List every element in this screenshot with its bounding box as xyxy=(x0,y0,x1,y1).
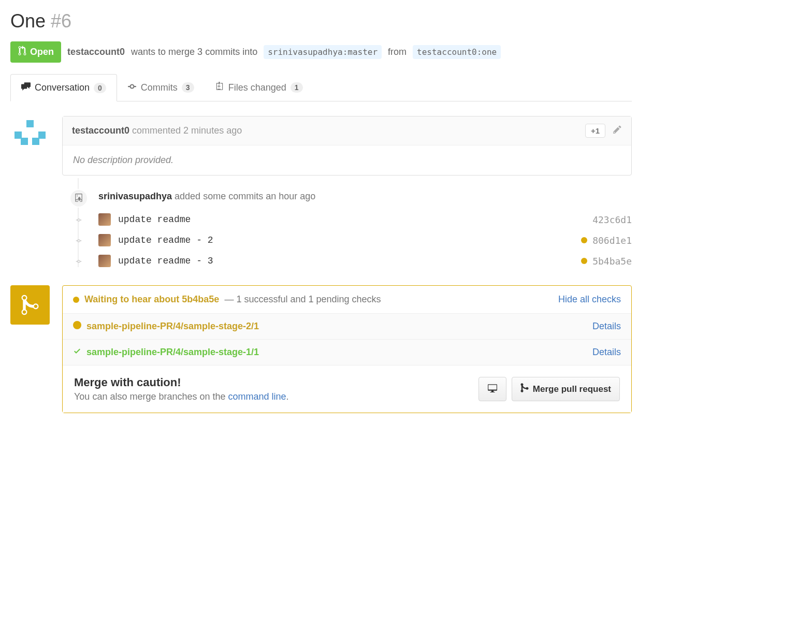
command-line-link[interactable]: command line xyxy=(228,391,286,402)
commit-message-link[interactable]: update readme - 2 xyxy=(118,235,213,245)
commit-author-avatar[interactable] xyxy=(98,234,111,246)
commit-sha-link[interactable]: 423c6d1 xyxy=(592,214,632,225)
pr-author[interactable]: testaccount0 xyxy=(67,47,125,57)
status-dot-pending-icon xyxy=(73,297,79,303)
comment-user[interactable]: testaccount0 xyxy=(72,125,129,136)
check-summary-subtitle: — 1 successful and 1 pending checks xyxy=(224,294,381,305)
check-name: sample-pipeline-PR/4/sample-stage-1/1 xyxy=(86,347,259,358)
git-commit-icon xyxy=(127,82,137,94)
from-text: from xyxy=(388,47,407,57)
commit-row: update readme - 35b4ba5e xyxy=(62,255,632,267)
tab-commits-count: 3 xyxy=(182,82,194,93)
check-summary-title: Waiting to hear about 5b4ba5e xyxy=(84,294,219,305)
event-text: added some commits an hour ago xyxy=(175,191,315,201)
pr-state-badge: Open xyxy=(10,41,61,63)
commit-sha-link[interactable]: 806d1e1 xyxy=(592,235,632,246)
head-branch[interactable]: testaccount0:one xyxy=(413,45,501,59)
pr-status-row: Open testaccount0 wants to merge 3 commi… xyxy=(10,41,632,63)
tab-conversation-label: Conversation xyxy=(35,82,90,93)
desktop-icon xyxy=(487,383,498,395)
tab-conversation[interactable]: Conversation 0 xyxy=(10,74,117,101)
desktop-app-button[interactable] xyxy=(479,377,506,401)
add-reaction-button[interactable]: +1 xyxy=(585,124,605,138)
edit-comment-button[interactable] xyxy=(613,125,622,137)
tab-commits-label: Commits xyxy=(141,82,178,93)
commit-message-link[interactable]: update readme xyxy=(118,214,191,225)
comment-body: No description provided. xyxy=(63,145,631,175)
svg-point-0 xyxy=(73,321,81,329)
git-pull-request-icon xyxy=(18,46,27,58)
git-commit-icon xyxy=(76,258,82,264)
tab-commits[interactable]: Commits 3 xyxy=(117,75,205,101)
commit-row: update readme - 2806d1e1 xyxy=(62,234,632,246)
event-user[interactable]: srinivasupadhya xyxy=(98,191,172,201)
pr-tabs: Conversation 0 Commits 3 Files changed 1 xyxy=(10,74,632,101)
merge-button-label: Merge pull request xyxy=(533,384,611,394)
check-row: sample-pipeline-PR/4/sample-stage-1/1Det… xyxy=(63,340,631,365)
tab-files-label: Files changed xyxy=(228,82,286,93)
pr-description-comment: testaccount0 commented 2 minutes ago +1 … xyxy=(62,116,632,175)
commit-author-avatar[interactable] xyxy=(98,213,111,226)
tab-conversation-count: 0 xyxy=(94,83,106,93)
status-dot-pending-icon xyxy=(581,258,587,264)
merge-caution-title: Merge with caution! xyxy=(74,376,289,389)
status-dot-pending-icon xyxy=(73,321,81,332)
comment-discussion-icon xyxy=(21,82,31,94)
commits-pushed-event: srinivasupadhya added some commits an ho… xyxy=(62,191,632,202)
pr-title: One #6 xyxy=(10,10,632,32)
check-details-link[interactable]: Details xyxy=(592,321,621,332)
check-icon xyxy=(73,347,81,358)
diff-icon xyxy=(215,82,224,94)
identicon-icon xyxy=(15,120,46,151)
git-merge-icon xyxy=(520,383,529,396)
commit-author-avatar[interactable] xyxy=(98,255,111,267)
repo-push-icon xyxy=(69,189,88,208)
pr-title-text: One xyxy=(10,10,46,32)
tab-files-changed[interactable]: Files changed 1 xyxy=(205,75,313,101)
merge-caution-text: You can also merge branches on the comma… xyxy=(74,391,289,402)
hide-checks-link[interactable]: Hide all checks xyxy=(558,294,621,305)
merge-status-box: Waiting to hear about 5b4ba5e — 1 succes… xyxy=(62,285,632,413)
pr-state-text: Open xyxy=(30,47,54,57)
merge-pull-request-button[interactable]: Merge pull request xyxy=(512,377,620,401)
comment-author-avatar[interactable] xyxy=(10,116,50,155)
check-row: sample-pipeline-PR/4/sample-stage-2/1Det… xyxy=(63,314,631,340)
base-branch[interactable]: srinivasupadhya:master xyxy=(264,45,382,59)
git-commit-icon xyxy=(76,216,82,223)
git-commit-icon xyxy=(76,237,82,243)
comment-time: commented 2 minutes ago xyxy=(132,125,242,136)
commit-message-link[interactable]: update readme - 3 xyxy=(118,256,213,266)
commit-sha-link[interactable]: 5b4ba5e xyxy=(592,256,632,267)
merge-text: wants to merge 3 commits into xyxy=(131,47,257,57)
pr-number: #6 xyxy=(51,10,71,32)
check-details-link[interactable]: Details xyxy=(592,347,621,358)
status-dot-pending-icon xyxy=(581,237,587,243)
commit-row: update readme423c6d1 xyxy=(62,213,632,226)
check-name: sample-pipeline-PR/4/sample-stage-2/1 xyxy=(86,321,259,332)
tab-files-count: 1 xyxy=(291,82,303,93)
merge-status-icon xyxy=(10,285,50,325)
